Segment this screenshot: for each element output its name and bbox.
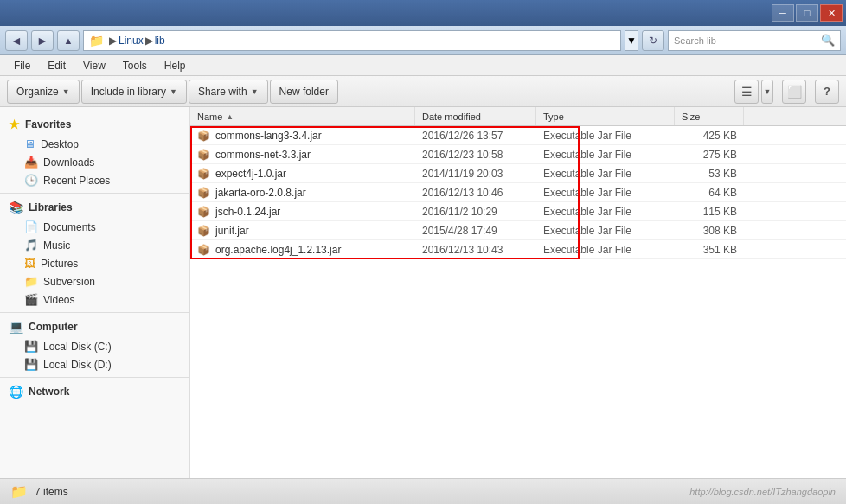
file-name: commons-net-3.3.jar xyxy=(215,149,311,161)
main-layout: ★ Favorites 🖥 Desktop 📥 Downloads 🕒 Rece… xyxy=(0,107,846,478)
include-in-library-button[interactable]: Include in library ▼ xyxy=(81,80,187,104)
sidebar-item-subversion[interactable]: 📁 Subversion xyxy=(0,272,189,290)
menu-view[interactable]: View xyxy=(76,58,112,73)
item-count: 7 items xyxy=(35,486,68,498)
table-row[interactable]: 📦 jsch-0.1.24.jar 2016/11/2 10:29 Execut… xyxy=(190,202,846,221)
address-bar: ◄ ► ▲ 📁 ▶ Linux ▶ lib ▼ ↻ Search lib 🔍 xyxy=(0,26,846,55)
back-button[interactable]: ◄ xyxy=(5,30,28,51)
sidebar-item-downloads[interactable]: 📥 Downloads xyxy=(0,153,189,171)
path-lib[interactable]: lib xyxy=(155,35,165,47)
toolbar: Organize ▼ Include in library ▼ Share wi… xyxy=(0,76,846,107)
file-type: Executable Jar File xyxy=(536,187,675,199)
sidebar-network-header[interactable]: 🌐 Network xyxy=(0,381,189,402)
network-label: Network xyxy=(29,386,69,398)
file-name: jsch-0.1.24.jar xyxy=(215,206,280,218)
view-dropdown-button[interactable]: ▼ xyxy=(761,80,773,104)
table-row[interactable]: 📦 commons-net-3.3.jar 2016/12/23 10:58 E… xyxy=(190,145,846,164)
menu-file[interactable]: File xyxy=(7,58,37,73)
file-size: 275 KB xyxy=(675,149,744,161)
sidebar-item-music[interactable]: 🎵 Music xyxy=(0,236,189,254)
content-area: Name ▲ Date modified Type Size � xyxy=(190,107,846,478)
sidebar-computer-header[interactable]: 💻 Computer xyxy=(0,316,189,337)
sidebar-item-local-disk-c[interactable]: 💾 Local Disk (C:) xyxy=(0,337,189,355)
sidebar-favorites-section: ★ Favorites 🖥 Desktop 📥 Downloads 🕒 Rece… xyxy=(0,114,189,189)
minimize-button[interactable]: ─ xyxy=(772,4,794,22)
sidebar-libraries-header[interactable]: 📚 Libraries xyxy=(0,197,189,218)
table-row[interactable]: 📦 commons-lang3-3.4.jar 2016/12/26 13:57… xyxy=(190,126,846,145)
sidebar-item-desktop[interactable]: 🖥 Desktop xyxy=(0,135,189,153)
file-name: org.apache.log4j_1.2.13.jar xyxy=(215,244,341,256)
table-row[interactable]: 📦 junit.jar 2015/4/28 17:49 Executable J… xyxy=(190,221,846,240)
disk-d-icon: 💾 xyxy=(24,358,38,371)
file-name: commons-lang3-3.4.jar xyxy=(215,130,322,142)
maximize-button[interactable]: □ xyxy=(796,4,818,22)
sidebar-network-section: 🌐 Network xyxy=(0,381,189,402)
disk-c-label: Local Disk (C:) xyxy=(43,341,112,353)
up-button[interactable]: ▲ xyxy=(57,30,80,51)
table-row[interactable]: 📦 jakarta-oro-2.0.8.jar 2016/12/13 10:46… xyxy=(190,183,846,202)
sidebar-item-videos[interactable]: 🎬 Videos xyxy=(0,290,189,309)
search-box[interactable]: Search lib 🔍 xyxy=(668,30,841,51)
menu-bar: File Edit View Tools Help xyxy=(0,55,846,76)
sidebar-computer-section: 💻 Computer 💾 Local Disk (C:) 💾 Local Dis… xyxy=(0,316,189,373)
share-chevron: ▼ xyxy=(251,87,259,96)
file-type: Executable Jar File xyxy=(536,130,675,142)
menu-tools[interactable]: Tools xyxy=(116,58,154,73)
window-controls: ─ □ ✕ xyxy=(772,4,843,22)
downloads-label: Downloads xyxy=(43,156,94,169)
file-size: 115 KB xyxy=(675,206,744,218)
computer-label: Computer xyxy=(29,321,78,333)
col-header-name[interactable]: Name ▲ xyxy=(190,107,415,125)
table-row[interactable]: 📦 org.apache.log4j_1.2.13.jar 2016/12/13… xyxy=(190,240,846,259)
col-header-type[interactable]: Type xyxy=(536,107,675,125)
disk-c-icon: 💾 xyxy=(24,340,38,353)
menu-help[interactable]: Help xyxy=(157,58,193,73)
refresh-button[interactable]: ↻ xyxy=(642,30,664,51)
file-type: Executable Jar File xyxy=(536,206,675,218)
sidebar-item-recent-places[interactable]: 🕒 Recent Places xyxy=(0,171,189,189)
share-label: Share with xyxy=(198,86,247,98)
help-button[interactable]: ? xyxy=(815,80,839,104)
path-linux[interactable]: Linux xyxy=(119,35,144,47)
search-icon[interactable]: 🔍 xyxy=(821,34,835,47)
computer-icon: 💻 xyxy=(9,320,23,334)
sidebar-item-local-disk-d[interactable]: 💾 Local Disk (D:) xyxy=(0,355,189,373)
sidebar: ★ Favorites 🖥 Desktop 📥 Downloads 🕒 Rece… xyxy=(0,107,190,478)
organize-button[interactable]: Organize ▼ xyxy=(7,80,80,104)
documents-label: Documents xyxy=(43,221,96,233)
col-header-date[interactable]: Date modified xyxy=(415,107,536,125)
view-details-button[interactable]: ☰ xyxy=(734,80,759,104)
preview-pane-button[interactable]: ⬜ xyxy=(782,80,806,104)
divider-3 xyxy=(0,377,189,378)
close-button[interactable]: ✕ xyxy=(820,4,843,22)
libraries-label: Libraries xyxy=(29,201,73,214)
sidebar-item-pictures[interactable]: 🖼 Pictures xyxy=(0,254,189,272)
table-row[interactable]: 📦 expect4j-1.0.jar 2014/11/19 20:03 Exec… xyxy=(190,164,846,183)
organize-chevron: ▼ xyxy=(62,87,70,96)
file-date: 2016/12/13 10:43 xyxy=(415,244,536,256)
forward-button[interactable]: ► xyxy=(31,30,54,51)
sidebar-item-documents[interactable]: 📄 Documents xyxy=(0,218,189,236)
file-type: Executable Jar File xyxy=(536,149,675,161)
file-name: jakarta-oro-2.0.8.jar xyxy=(215,187,306,199)
file-date: 2016/11/2 10:29 xyxy=(415,206,536,218)
jar-icon: 📦 xyxy=(197,187,210,199)
file-date: 2016/12/13 10:46 xyxy=(415,187,536,199)
divider-2 xyxy=(0,312,189,313)
search-placeholder: Search lib xyxy=(674,35,716,46)
disk-d-label: Local Disk (D:) xyxy=(43,359,112,371)
column-header: Name ▲ Date modified Type Size xyxy=(190,107,846,126)
new-folder-button[interactable]: New folder xyxy=(270,80,338,104)
address-dropdown-button[interactable]: ▼ xyxy=(625,30,638,51)
watermark: http://blog.csdn.net/ITzhangdaopin xyxy=(689,487,836,497)
file-size: 53 KB xyxy=(675,168,744,180)
videos-label: Videos xyxy=(43,294,74,306)
address-input[interactable]: 📁 ▶ Linux ▶ lib xyxy=(83,30,621,51)
menu-edit[interactable]: Edit xyxy=(41,58,73,73)
jar-icon: 📦 xyxy=(197,149,210,161)
new-folder-label: New folder xyxy=(279,86,329,98)
sidebar-favorites-header[interactable]: ★ Favorites xyxy=(0,114,189,135)
share-with-button[interactable]: Share with ▼ xyxy=(189,80,268,104)
pictures-label: Pictures xyxy=(41,258,78,270)
col-header-size[interactable]: Size xyxy=(675,107,744,125)
